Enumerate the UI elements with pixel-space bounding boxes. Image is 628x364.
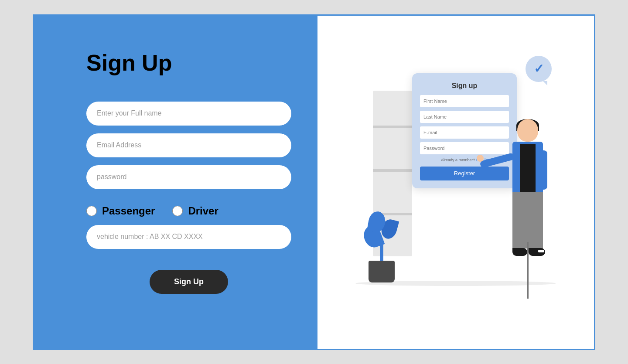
email-group — [86, 133, 291, 157]
mini-card-title: Sign up — [420, 82, 509, 90]
left-panel: Sign Up Passenger Driver Sign Up — [34, 16, 317, 349]
mini-password-input[interactable] — [420, 142, 509, 154]
person-shirt — [520, 144, 536, 192]
passenger-option[interactable]: Passenger — [86, 205, 155, 217]
page-wrapper: Sign Up Passenger Driver Sign Up — [33, 14, 595, 350]
person-arm-right — [539, 150, 547, 190]
page-title: Sign Up — [86, 51, 291, 75]
mini-lastname-input[interactable] — [420, 111, 509, 123]
fullname-group — [86, 102, 291, 126]
person-shoe-right — [529, 248, 545, 256]
shelf-2 — [373, 169, 412, 172]
password-input[interactable] — [86, 165, 291, 189]
passenger-label: Passenger — [102, 205, 155, 217]
plant-stem — [380, 239, 383, 261]
mini-register-button[interactable]: Register — [420, 167, 509, 180]
illustration: Sign up Already a member? Log in Registe… — [347, 47, 565, 317]
driver-option[interactable]: Driver — [172, 205, 218, 217]
person-head — [517, 119, 538, 142]
right-panel: Sign up Already a member? Log in Registe… — [317, 16, 594, 349]
person-figure — [499, 119, 556, 285]
password-group — [86, 165, 291, 189]
vehicle-group — [86, 225, 291, 249]
passenger-radio[interactable] — [86, 206, 97, 216]
mini-firstname-input[interactable] — [420, 95, 509, 107]
role-radio-group: Passenger Driver — [86, 205, 291, 217]
email-input[interactable] — [86, 133, 291, 157]
plant — [360, 261, 386, 282]
person-pants — [512, 192, 543, 248]
fullname-input[interactable] — [86, 102, 291, 126]
shelf-1 — [373, 126, 412, 128]
checkmark-icon: ✓ — [534, 61, 544, 76]
signup-button[interactable]: Sign Up — [150, 270, 228, 294]
person-hand-left — [477, 155, 484, 162]
vehicle-input[interactable] — [86, 225, 291, 249]
mini-email-input[interactable] — [420, 126, 509, 139]
person-shoe-left — [512, 248, 527, 256]
driver-label: Driver — [188, 205, 218, 217]
driver-radio[interactable] — [172, 206, 183, 216]
check-bubble: ✓ — [526, 56, 552, 82]
plant-pot — [369, 261, 395, 282]
